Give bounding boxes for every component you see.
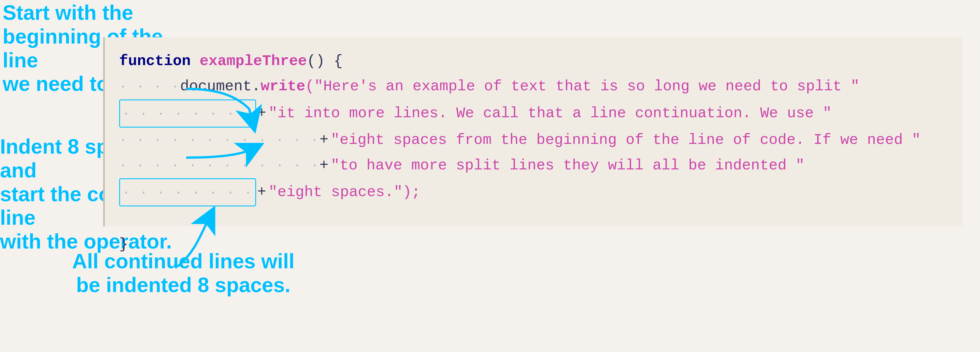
line5-string: "to have more split lines they will all …	[331, 153, 805, 178]
document-write-prefix: document.	[180, 74, 261, 99]
dots-line4: · · · · · · · · · · · ·	[119, 129, 320, 151]
code-line-2: · · · · document.write("Here's an exampl…	[119, 74, 948, 99]
dots-line6: · · · · · · · ·	[123, 182, 253, 204]
code-line-6: · · · · · · · · + "eight spaces.");	[119, 178, 948, 206]
keyword-function: function	[119, 49, 191, 74]
plus-op-3: +	[257, 101, 266, 126]
write-method: write	[261, 74, 305, 99]
page-container: Start with the beginning of the line we …	[0, 0, 980, 352]
indent-box-line3: · · · · · · · ·	[119, 99, 256, 127]
code-line-close: }	[119, 232, 948, 257]
closing-brace: }	[119, 232, 128, 257]
dots-line5: · · · · · · · · · · · ·	[119, 155, 320, 176]
dots-line2: · · · ·	[119, 76, 180, 97]
line3-string: "it into more lines. We call that a line…	[269, 101, 832, 126]
code-content: function exampleThree() { · · · · docume…	[119, 49, 948, 257]
plus-op-6: +	[257, 180, 266, 205]
indent-box-line6: · · · · · · · ·	[119, 178, 256, 206]
plus-op-4: +	[320, 127, 328, 153]
code-line-3: · · · · · · · · + "it into more lines. W…	[119, 99, 948, 127]
function-name: exampleThree	[200, 49, 307, 74]
line6-string: "eight spaces.");	[269, 180, 420, 205]
plus-op-5: +	[320, 153, 328, 178]
code-line-5: · · · · · · · · · · · · + "to have more …	[119, 153, 948, 178]
line2-string: ("Here's an example of text that is so l…	[305, 74, 860, 99]
code-line-4: · · · · · · · · · · · · + "eight spaces …	[119, 127, 948, 153]
dots-line3: · · · · · · · ·	[123, 103, 253, 125]
function-parens: () {	[307, 49, 343, 74]
code-line-blank	[119, 206, 948, 232]
code-panel: function exampleThree() { · · · · docume…	[103, 37, 963, 226]
code-line-1: function exampleThree() {	[119, 49, 948, 74]
line4-string: "eight spaces from the beginning of the …	[331, 127, 921, 153]
